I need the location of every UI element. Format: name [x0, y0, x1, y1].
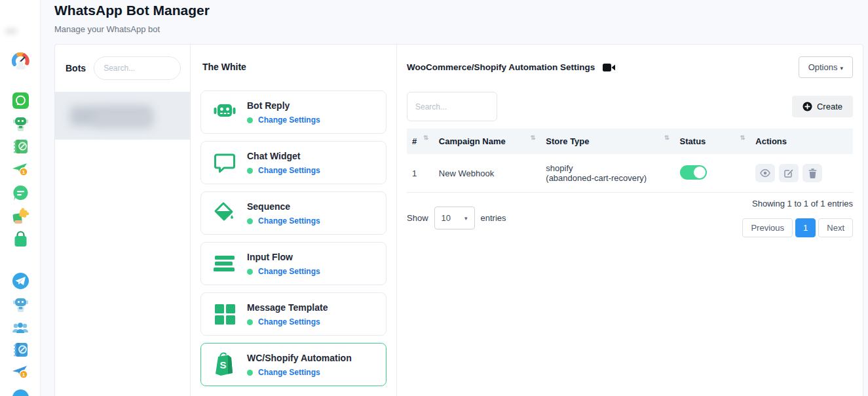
features-panel: The White — [191, 45, 397, 396]
row-campaign-name: New Webhook — [434, 154, 540, 193]
sort-icon[interactable]: ⇅ — [664, 134, 670, 141]
whatsapp-bot-icon[interactable] — [7, 114, 34, 132]
create-button[interactable]: Create — [792, 96, 853, 117]
chat-bubble-icon — [212, 149, 238, 176]
edit-icon — [784, 168, 793, 178]
entries-label: entries — [481, 213, 506, 223]
shopify-icon: S — [212, 351, 238, 378]
integration-icon[interactable] — [7, 207, 34, 225]
feature-label: Message Template — [247, 302, 328, 313]
feature-label: Bot Reply — [247, 100, 290, 111]
partial-icon[interactable] — [7, 388, 34, 396]
feature-label: Sequence — [247, 201, 290, 212]
table-header-row: #⇅ Campaign Name⇅ Store Type⇅ Status⇅ Ac… — [407, 129, 853, 154]
previous-page-button[interactable]: Previous — [742, 218, 793, 237]
main-area: WhatsApp Bot Manager Manage your WhatsAp… — [41, 0, 868, 396]
table-search-input[interactable] — [407, 92, 497, 121]
status-dot — [247, 370, 253, 376]
automation-table: #⇅ Campaign Name⇅ Store Type⇅ Status⇅ Ac… — [407, 129, 853, 193]
automation-title: WooCommerce/Shopify Automation Settings — [407, 62, 595, 72]
change-settings-link[interactable]: Change Settings — [258, 267, 320, 276]
chat-icon[interactable] — [7, 184, 34, 202]
table-row: 1 New Webhook shopify (abandoned-cart-re… — [407, 154, 853, 193]
dashboard-speedometer-icon[interactable] — [7, 51, 34, 69]
telegram-campaign-icon[interactable]: 1 — [7, 363, 34, 381]
status-dot — [247, 168, 253, 174]
options-button[interactable]: Options▾ — [799, 56, 853, 78]
svg-text:1: 1 — [22, 169, 26, 175]
show-label: Show — [407, 213, 428, 223]
page-size-select[interactable]: 10 ▾ — [434, 207, 475, 229]
content-card: Bots The White — [54, 44, 863, 396]
grid-icon — [212, 301, 238, 327]
robot-icon — [212, 99, 238, 125]
bot-name-title: The White — [200, 62, 387, 72]
col-header-num: # — [412, 136, 417, 146]
feature-card-list: Bot Reply Change Settings Chat Widget — [200, 90, 387, 386]
status-dot — [247, 117, 253, 123]
telegram-bot-icon[interactable] — [7, 295, 34, 313]
video-tutorial-icon[interactable] — [603, 63, 616, 72]
row-store-type: shopify (abandoned-cart-recovery) — [540, 154, 674, 193]
change-settings-link[interactable]: Change Settings — [258, 368, 320, 377]
page-subtitle: Manage your WhatsApp bot — [54, 24, 160, 34]
next-page-button[interactable]: Next — [818, 218, 853, 237]
feature-card-wc-shopify-automation[interactable]: S WC/Shopify Automation Change Settings — [200, 343, 387, 386]
delete-button[interactable] — [802, 164, 822, 182]
telegram-group-icon[interactable] — [7, 319, 34, 338]
change-settings-link[interactable]: Change Settings — [258, 166, 320, 175]
svg-text:S: S — [219, 359, 226, 370]
change-settings-link[interactable]: Change Settings — [258, 317, 320, 327]
sort-icon[interactable]: ⇅ — [531, 134, 536, 141]
col-header-store: Store Type — [546, 136, 589, 146]
status-dot — [247, 218, 253, 224]
feature-card-sequence[interactable]: Sequence Change Settings — [200, 191, 387, 235]
pagination: Previous 1 Next — [742, 218, 853, 237]
chevron-down-icon: ▾ — [840, 65, 843, 71]
faded-logo — [5, 29, 17, 33]
status-toggle[interactable] — [680, 165, 707, 180]
sort-icon[interactable]: ⇅ — [423, 134, 428, 141]
feature-card-bot-reply[interactable]: Bot Reply Change Settings — [200, 90, 387, 134]
view-button[interactable] — [755, 164, 775, 182]
col-header-status: Status — [680, 136, 706, 146]
plus-circle-icon — [802, 102, 812, 111]
whatsapp-icon[interactable] — [7, 91, 34, 109]
edit-button[interactable] — [779, 164, 799, 182]
whatsapp-contacts-icon[interactable] — [7, 137, 34, 155]
automation-panel: WooCommerce/Shopify Automation Settings … — [397, 45, 863, 396]
row-num: 1 — [407, 154, 434, 193]
telegram-icon[interactable] — [7, 271, 34, 290]
icon-sidebar: 1 — [0, 0, 41, 396]
bars-icon — [212, 250, 238, 277]
telegram-contacts-icon[interactable] — [7, 340, 34, 359]
showing-entries-text: Showing 1 to 1 of 1 entries — [742, 199, 853, 208]
col-header-campaign: Campaign Name — [439, 136, 506, 146]
bot-list-item-selected[interactable] — [55, 92, 190, 140]
feature-card-input-flow[interactable]: Input Flow Change Settings — [200, 242, 387, 285]
feature-label: Input Flow — [247, 252, 293, 262]
eye-icon — [760, 169, 770, 177]
paint-bucket-icon — [212, 200, 238, 226]
change-settings-link[interactable]: Change Settings — [258, 216, 320, 226]
bots-panel: Bots — [55, 45, 191, 396]
status-dot — [247, 269, 253, 275]
page-1-button[interactable]: 1 — [795, 218, 816, 237]
status-dot — [247, 319, 253, 325]
whatsapp-campaign-icon[interactable]: 1 — [7, 160, 34, 178]
feature-card-chat-widget[interactable]: Chat Widget Change Settings — [200, 141, 387, 184]
page-title: WhatsApp Bot Manager — [54, 3, 210, 18]
col-header-actions: Actions — [755, 136, 787, 146]
shop-icon[interactable] — [7, 229, 34, 248]
feature-label: Chat Widget — [247, 151, 301, 161]
feature-label: WC/Shopify Automation — [247, 353, 352, 363]
trash-icon — [808, 168, 817, 178]
change-settings-link[interactable]: Change Settings — [258, 115, 320, 125]
bots-search-input[interactable] — [94, 56, 181, 80]
svg-text:1: 1 — [22, 372, 26, 378]
feature-card-message-template[interactable]: Message Template Change Settings — [200, 292, 387, 336]
sort-icon[interactable]: ⇅ — [740, 134, 745, 141]
chevron-down-icon: ▾ — [464, 215, 468, 222]
bots-title: Bots — [66, 63, 86, 73]
